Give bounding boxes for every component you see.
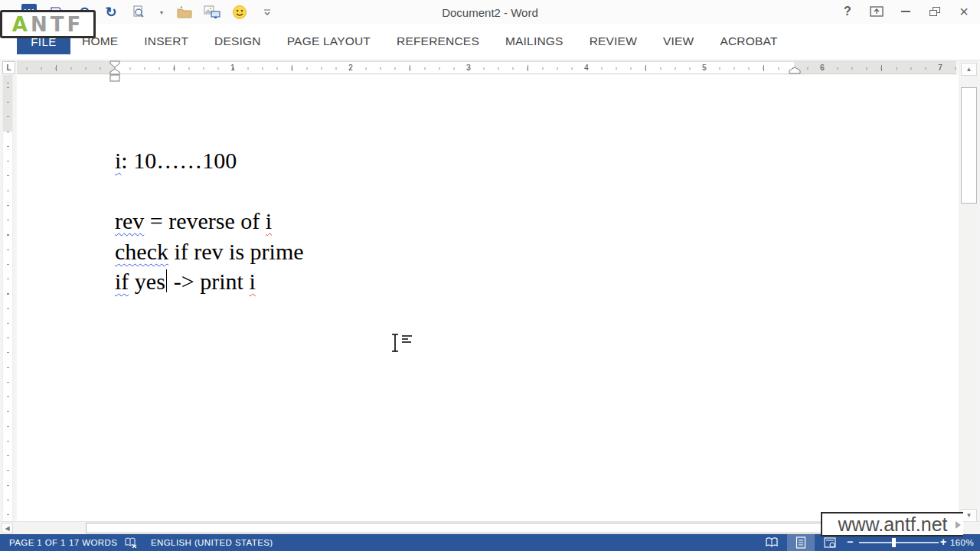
ruler-number: 6 (820, 63, 825, 72)
doc-line-blank (115, 176, 304, 207)
minimize-icon (901, 11, 910, 12)
right-indent-marker[interactable] (789, 67, 801, 74)
antf-logo-overlay: ANTF (0, 10, 96, 38)
tab-review[interactable]: REVIEW (590, 28, 637, 54)
vertical-scrollbar[interactable]: ▲ ▼ (959, 60, 978, 524)
web-layout-icon (824, 537, 836, 548)
status-bar: PAGE 1 OF 1 17 WORDS ENGLISH (UNITED STA… (0, 534, 980, 551)
tab-view[interactable]: VIEW (663, 28, 694, 54)
doc-line-2: rev = reverse of i (115, 206, 304, 236)
vertical-scroll-thumb[interactable] (961, 87, 977, 204)
open-folder-icon[interactable] (176, 3, 193, 21)
minimize-button[interactable] (891, 0, 920, 23)
window-title: Document2 - Word (442, 6, 538, 19)
print-preview-dropdown-icon[interactable]: ▾ (158, 3, 165, 21)
doc-line-3: check if rev is prime (115, 236, 304, 267)
help-button[interactable]: ? (833, 0, 862, 23)
zoom-out-button[interactable]: − (847, 534, 853, 551)
ribbon-display-options-button[interactable] (862, 0, 891, 23)
play-triangle-icon (956, 521, 961, 529)
vertical-ruler[interactable] (2, 75, 13, 521)
feedback-smiley-icon[interactable] (231, 3, 248, 21)
redo-icon[interactable]: ↻ (103, 3, 119, 21)
ruler-number: 2 (348, 63, 353, 72)
tab-acrobat[interactable]: ACROBAT (720, 28, 777, 54)
ribbon-tabs: HOME INSERT DESIGN PAGE LAYOUT REFERENCE… (82, 28, 778, 54)
ribbon-tab-row: FILE HOME INSERT DESIGN PAGE LAYOUT REFE… (0, 24, 980, 60)
print-preview-icon[interactable] (130, 3, 147, 21)
tab-design[interactable]: DESIGN (214, 28, 261, 54)
scroll-down-button[interactable]: ▼ (961, 509, 977, 522)
tab-page-layout[interactable]: PAGE LAYOUT (287, 28, 371, 54)
word-count[interactable]: 17 WORDS (69, 534, 117, 551)
scroll-left-button[interactable]: ◀ (2, 523, 13, 533)
ruler-number: 4 (584, 63, 589, 72)
restore-icon (929, 7, 940, 16)
page-count[interactable]: PAGE 1 OF 1 (9, 534, 66, 551)
web-layout-button[interactable] (816, 534, 844, 551)
antf-watermark: www.antf.net (821, 512, 963, 536)
doc-line-1: i: 10……100 (115, 145, 304, 176)
document-text[interactable]: i: 10……100 rev = reverse of i check if r… (115, 145, 304, 297)
ruler-ticks (17, 67, 956, 70)
print-layout-icon (795, 536, 806, 549)
tab-insert[interactable]: INSERT (144, 28, 188, 54)
horizontal-ruler[interactable]: 1 2 3 4 5 6 7 (17, 61, 956, 74)
mouse-ibeam-cursor (387, 331, 415, 357)
window-controls: ? × (833, 0, 978, 23)
close-button[interactable]: × (949, 0, 978, 23)
read-mode-button[interactable] (758, 534, 786, 551)
proofing-errors-icon[interactable] (125, 537, 137, 551)
zoom-in-button[interactable]: + (940, 534, 946, 551)
read-mode-icon (765, 537, 779, 548)
tab-stop-selector[interactable]: L (2, 61, 15, 74)
ruler-number: 1 (230, 63, 235, 72)
tab-references[interactable]: REFERENCES (397, 28, 479, 54)
zoom-slider-thumb[interactable] (892, 538, 896, 547)
screenshot-icon[interactable] (204, 3, 220, 21)
ruler-row: L 1 2 3 4 5 6 7 (0, 60, 980, 75)
ruler-number: 7 (938, 63, 942, 72)
indent-markers[interactable] (109, 60, 120, 82)
document-page[interactable]: i: 10……100 rev = reverse of i check if r… (17, 75, 959, 521)
ruler-number: 3 (466, 63, 471, 72)
zoom-level[interactable]: 160% (950, 534, 974, 551)
document-workspace: i: 10……100 rev = reverse of i check if r… (0, 75, 980, 521)
restore-button[interactable] (920, 0, 949, 23)
vertical-ruler-ticks (7, 75, 9, 521)
language-indicator[interactable]: ENGLISH (UNITED STATES) (151, 534, 273, 551)
customize-qat-icon[interactable] (259, 3, 276, 21)
ruler-number: 5 (702, 63, 707, 72)
scroll-up-button[interactable]: ▲ (961, 63, 977, 76)
zoom-slider-track[interactable] (859, 542, 939, 543)
title-bar: W ↶ ↻ ▾ Document2 - Word (0, 0, 980, 24)
tab-mailings[interactable]: MAILINGS (505, 28, 564, 54)
print-layout-button[interactable] (787, 534, 815, 551)
doc-line-4: if yes -> print i (115, 266, 304, 297)
